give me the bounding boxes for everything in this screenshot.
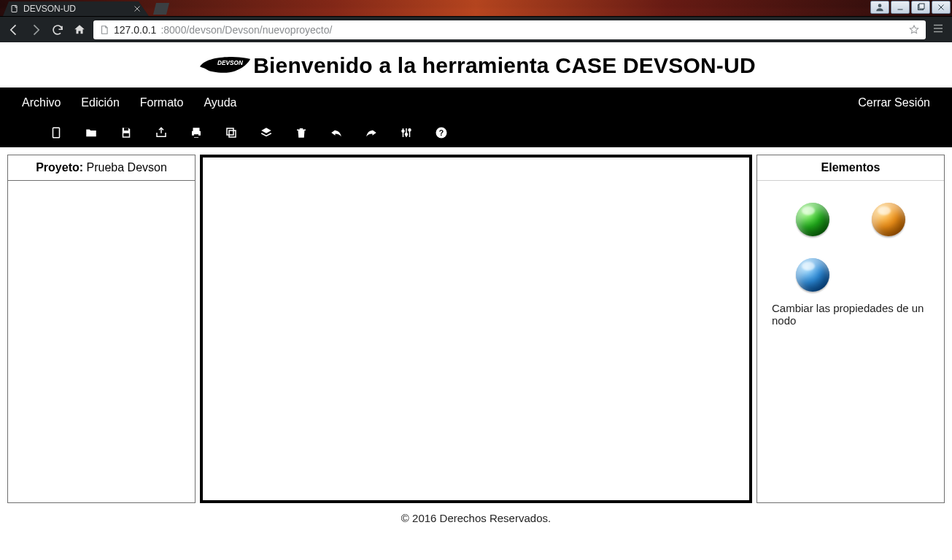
svg-point-23 (402, 130, 404, 132)
url-host: 127.0.0.1 (114, 24, 156, 36)
menu-edicion[interactable]: Edición (81, 96, 119, 109)
canvas-scroll-area[interactable] (201, 156, 751, 502)
elements-title: Elementos (757, 155, 944, 181)
print-icon[interactable] (190, 126, 203, 139)
svg-point-24 (406, 133, 408, 136)
svg-rect-19 (297, 130, 306, 131)
undo-icon[interactable] (330, 126, 343, 139)
canvas-content[interactable] (203, 158, 751, 502)
browser-tab-title: DEVSON-UD (23, 4, 76, 14)
devson-logo-icon: DEVSON (196, 52, 252, 79)
bookmark-star-icon[interactable] (908, 24, 920, 36)
menu-archivo[interactable]: Archivo (22, 96, 61, 109)
save-icon[interactable] (120, 126, 133, 139)
browser-menu-button[interactable] (932, 22, 948, 38)
layers-icon[interactable] (260, 126, 273, 139)
tab-favicon (10, 4, 19, 13)
svg-point-3 (878, 4, 882, 7)
element-node-blue[interactable] (796, 258, 829, 292)
menu-ayuda[interactable]: Ayuda (204, 96, 236, 109)
project-name: Prueba Devson (87, 161, 167, 174)
nav-reload-button[interactable] (50, 22, 66, 38)
svg-rect-0 (12, 6, 17, 12)
svg-rect-13 (53, 128, 60, 138)
app-toolbar: ? (22, 118, 930, 147)
menu-logout[interactable]: Cerrar Sesión (858, 96, 930, 109)
export-icon[interactable] (155, 126, 168, 139)
new-file-icon[interactable] (50, 126, 63, 139)
tab-close-icon[interactable] (133, 4, 142, 13)
svg-rect-6 (919, 4, 924, 9)
window-close-button[interactable] (932, 1, 951, 14)
nav-forward-button[interactable] (28, 22, 44, 38)
svg-rect-15 (123, 133, 129, 137)
svg-rect-17 (229, 131, 236, 137)
welcome-title: Bienvenido a la herramienta CASE DEVSON-… (253, 53, 756, 78)
trash-icon[interactable] (295, 126, 308, 139)
browser-tab[interactable]: DEVSON-UD (3, 1, 149, 16)
nav-home-button[interactable] (71, 22, 88, 38)
open-folder-icon[interactable] (85, 126, 98, 139)
change-properties-note[interactable]: Cambiar las propiedades de un nodo (757, 302, 944, 327)
address-bar[interactable]: 127.0.0.1:8000/devson/Devson/nuevoproyec… (93, 20, 926, 39)
settings-sliders-icon[interactable] (400, 126, 413, 139)
svg-point-25 (409, 129, 411, 131)
window-maximize-button[interactable] (911, 1, 930, 14)
nav-back-button[interactable] (6, 22, 22, 38)
window-controls (870, 1, 951, 14)
copy-icon[interactable] (225, 126, 238, 139)
browser-navbar: 127.0.0.1:8000/devson/Devson/nuevoproyec… (0, 16, 952, 42)
project-panel: Proyeto: Prueba Devson (7, 155, 196, 503)
chrome-user-button[interactable] (870, 1, 889, 14)
canvas-panel (200, 155, 752, 503)
project-label: Proyeto: (36, 161, 83, 174)
menu-formato[interactable]: Formato (140, 96, 184, 109)
url-path: :8000/devson/Devson/nuevoproyecto/ (160, 24, 332, 36)
help-icon[interactable]: ? (435, 126, 448, 139)
welcome-header: DEVSON Bienvenido a la herramienta CASE … (0, 42, 952, 88)
page: DEVSON Bienvenido a la herramienta CASE … (0, 42, 952, 530)
browser-titlebar: DEVSON-UD (0, 0, 952, 16)
app-menubar: Archivo Edición Formato Ayuda Cerrar Ses… (0, 88, 952, 147)
footer-copyright: © 2016 Derechos Reservados. (0, 510, 952, 530)
page-icon (99, 25, 109, 35)
redo-icon[interactable] (365, 126, 378, 139)
svg-rect-16 (194, 134, 198, 137)
workspace: Proyeto: Prueba Devson Elementos Cambiar… (0, 147, 952, 510)
svg-text:?: ? (439, 128, 444, 137)
element-node-green[interactable] (796, 203, 829, 236)
element-node-orange[interactable] (872, 203, 905, 236)
svg-text:DEVSON: DEVSON (217, 60, 244, 66)
svg-rect-14 (124, 128, 128, 131)
window-minimize-button[interactable] (891, 1, 910, 14)
svg-rect-18 (227, 128, 233, 135)
elements-panel: Elementos Cambiar las propiedades de un … (756, 155, 945, 503)
